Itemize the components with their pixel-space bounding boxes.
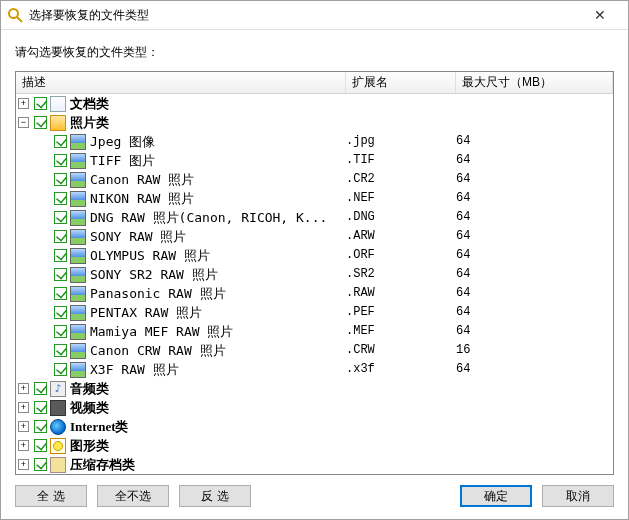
tree-row[interactable]: +图形类 [16, 436, 613, 455]
row-label: DNG RAW 照片(Canon, RICOH, K... [90, 208, 327, 227]
checkbox[interactable] [54, 192, 67, 205]
checkbox[interactable] [54, 325, 67, 338]
raw-icon [70, 267, 86, 283]
tree-row[interactable]: Canon RAW 照片.CR264 [16, 170, 613, 189]
row-label: SONY SR2 RAW 照片 [90, 265, 218, 284]
checkbox[interactable] [54, 211, 67, 224]
row-label: NIKON RAW 照片 [90, 189, 194, 208]
checkbox[interactable] [34, 116, 47, 129]
checkbox[interactable] [54, 154, 67, 167]
checkbox[interactable] [34, 401, 47, 414]
zip-icon [50, 457, 66, 473]
dialog-window: 选择要恢复的文件类型 ✕ 请勾选要恢复的文件类型： 描述 扩展名 最大尺寸（MB… [0, 0, 629, 520]
tree-row[interactable]: X3F RAW 照片.x3f64 [16, 360, 613, 379]
expand-icon[interactable]: + [18, 98, 29, 109]
row-label: 音频类 [70, 379, 109, 398]
tree-row[interactable]: Panasonic RAW 照片.RAW64 [16, 284, 613, 303]
collapse-icon[interactable]: − [18, 117, 29, 128]
expand-icon[interactable]: + [18, 459, 29, 470]
raw-icon [70, 134, 86, 150]
row-label: 压缩存档类 [70, 455, 135, 474]
row-label: Jpeg 图像 [90, 132, 155, 151]
row-label: PENTAX RAW 照片 [90, 303, 202, 322]
checkbox[interactable] [54, 230, 67, 243]
checkbox[interactable] [54, 363, 67, 376]
row-label: TIFF 图片 [90, 151, 155, 170]
expand-icon[interactable]: + [18, 402, 29, 413]
cancel-button[interactable]: 取消 [542, 485, 614, 507]
tree-row[interactable]: Jpeg 图像.jpg64 [16, 132, 613, 151]
row-ext: .CR2 [346, 170, 456, 189]
checkbox[interactable] [54, 249, 67, 262]
tree-row[interactable]: +♪音频类 [16, 379, 613, 398]
tree-row[interactable]: +Internet类 [16, 417, 613, 436]
raw-icon [70, 172, 86, 188]
checkbox[interactable] [34, 382, 47, 395]
row-label: 照片类 [70, 113, 109, 132]
invert-button[interactable]: 反 选 [179, 485, 251, 507]
tree-row[interactable]: NIKON RAW 照片.NEF64 [16, 189, 613, 208]
expand-icon[interactable]: + [18, 383, 29, 394]
checkbox[interactable] [54, 287, 67, 300]
tree-row[interactable]: SONY RAW 照片.ARW64 [16, 227, 613, 246]
tree-row[interactable]: PENTAX RAW 照片.PEF64 [16, 303, 613, 322]
row-ext: .SR2 [346, 265, 456, 284]
row-label: 图形类 [70, 436, 109, 455]
checkbox[interactable] [34, 420, 47, 433]
raw-icon [70, 362, 86, 378]
row-size: 64 [456, 227, 556, 246]
expand-icon[interactable]: + [18, 440, 29, 451]
row-label: Panasonic RAW 照片 [90, 284, 226, 303]
tree-row[interactable]: SONY SR2 RAW 照片.SR264 [16, 265, 613, 284]
dialog-body: 请勾选要恢复的文件类型： 描述 扩展名 最大尺寸（MB） +文档类−照片类Jpe… [1, 30, 628, 519]
titlebar: 选择要恢复的文件类型 ✕ [1, 1, 628, 30]
tree-row[interactable]: +压缩存档类 [16, 455, 613, 474]
audio-icon: ♪ [50, 381, 66, 397]
row-ext: .CRW [346, 341, 456, 360]
tree-row[interactable]: −照片类 [16, 113, 613, 132]
select-all-button[interactable]: 全 选 [15, 485, 87, 507]
tree-row[interactable]: +视频类 [16, 398, 613, 417]
checkbox[interactable] [34, 458, 47, 471]
tree-row[interactable]: DNG RAW 照片(Canon, RICOH, K....DNG64 [16, 208, 613, 227]
tree-row[interactable]: TIFF 图片.TIF64 [16, 151, 613, 170]
raw-icon [70, 324, 86, 340]
grid-header: 描述 扩展名 最大尺寸（MB） [16, 72, 613, 94]
row-size: 64 [456, 208, 556, 227]
tree-row[interactable]: Mamiya MEF RAW 照片.MEF64 [16, 322, 613, 341]
checkbox[interactable] [54, 306, 67, 319]
tree-row[interactable]: OLYMPUS RAW 照片.ORF64 [16, 246, 613, 265]
tree-row[interactable]: +文档类 [16, 94, 613, 113]
row-label: Internet类 [70, 417, 129, 436]
row-size: 64 [456, 284, 556, 303]
raw-icon [70, 153, 86, 169]
close-button[interactable]: ✕ [580, 7, 620, 23]
raw-icon [70, 210, 86, 226]
row-ext: .ARW [346, 227, 456, 246]
checkbox[interactable] [54, 135, 67, 148]
row-size: 64 [456, 322, 556, 341]
column-size[interactable]: 最大尺寸（MB） [456, 72, 613, 93]
expand-icon[interactable]: + [18, 421, 29, 432]
tree-row[interactable]: Canon CRW RAW 照片.CRW16 [16, 341, 613, 360]
column-desc[interactable]: 描述 [16, 72, 346, 93]
row-ext: .RAW [346, 284, 456, 303]
file-type-grid: 描述 扩展名 最大尺寸（MB） +文档类−照片类Jpeg 图像.jpg64TIF… [15, 71, 614, 475]
checkbox[interactable] [34, 97, 47, 110]
column-ext[interactable]: 扩展名 [346, 72, 456, 93]
ie-icon [50, 419, 66, 435]
photo-icon [50, 115, 66, 131]
ok-button[interactable]: 确定 [460, 485, 532, 507]
row-size: 64 [456, 303, 556, 322]
checkbox[interactable] [54, 173, 67, 186]
select-none-button[interactable]: 全不选 [97, 485, 169, 507]
row-label: Mamiya MEF RAW 照片 [90, 322, 233, 341]
row-ext: .DNG [346, 208, 456, 227]
checkbox[interactable] [54, 268, 67, 281]
row-label: 视频类 [70, 398, 109, 417]
grid-body[interactable]: +文档类−照片类Jpeg 图像.jpg64TIFF 图片.TIF64Canon … [16, 94, 613, 474]
checkbox[interactable] [54, 344, 67, 357]
raw-icon [70, 229, 86, 245]
video-icon [50, 400, 66, 416]
checkbox[interactable] [34, 439, 47, 452]
